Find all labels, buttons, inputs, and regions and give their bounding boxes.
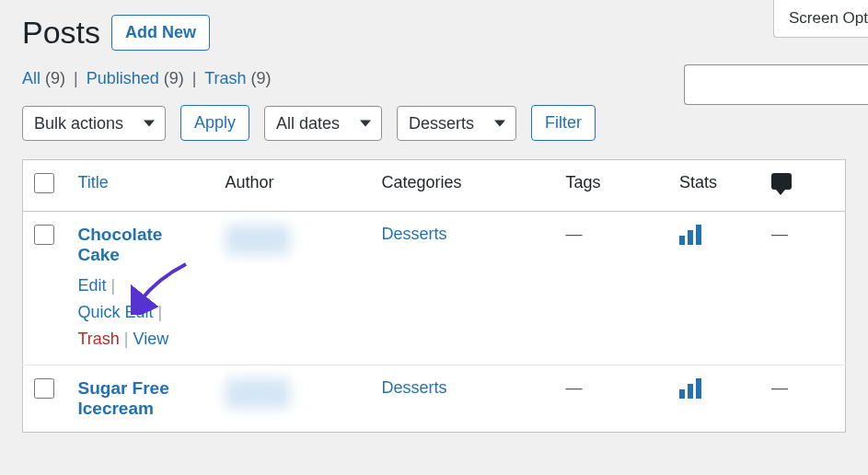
author-name[interactable]: ——— <box>226 225 290 255</box>
post-title-link[interactable]: Chocolate Cake <box>78 225 163 264</box>
col-comments[interactable] <box>760 160 846 212</box>
bulk-actions-select[interactable]: Bulk actions <box>22 106 166 141</box>
view-link[interactable]: View <box>133 330 169 348</box>
screen-options-button[interactable]: Screen Opt <box>773 0 868 38</box>
edit-link[interactable]: Edit <box>78 276 107 295</box>
table-row: Sugar Free Icecream———Desserts—— <box>23 365 846 433</box>
search-input[interactable] <box>684 64 868 105</box>
posts-table: Title Author Categories Tags Stats Choco… <box>22 159 846 433</box>
select-all-checkbox[interactable] <box>34 173 54 193</box>
table-row: Chocolate CakeEdit |Quick Edit |Trash | … <box>23 212 846 365</box>
tags-cell: — <box>555 212 668 365</box>
col-title[interactable]: Title <box>67 160 214 212</box>
category-filter-select[interactable]: Desserts <box>397 106 516 141</box>
tags-cell: — <box>555 365 668 433</box>
trash-link[interactable]: Trash <box>78 330 120 348</box>
col-stats[interactable]: Stats <box>668 160 760 212</box>
comment-icon <box>771 173 792 190</box>
col-categories[interactable]: Categories <box>371 160 555 212</box>
view-all-count: (9) <box>45 69 65 87</box>
comments-cell: — <box>760 212 846 365</box>
row-checkbox[interactable] <box>34 225 54 245</box>
view-published[interactable]: Published <box>87 69 159 87</box>
view-published-count: (9) <box>164 69 184 87</box>
add-new-button[interactable]: Add New <box>111 15 210 51</box>
col-author[interactable]: Author <box>214 160 371 212</box>
view-trash-count: (9) <box>251 69 272 87</box>
category-link[interactable]: Desserts <box>382 378 447 397</box>
date-filter-select[interactable]: All dates <box>264 106 382 141</box>
col-tags[interactable]: Tags <box>555 160 668 212</box>
stats-icon[interactable] <box>679 225 701 245</box>
stats-icon[interactable] <box>679 378 701 399</box>
post-title-link[interactable]: Sugar Free Icecream <box>78 378 169 418</box>
row-checkbox[interactable] <box>34 378 54 399</box>
category-link[interactable]: Desserts <box>382 225 447 243</box>
comments-cell: — <box>760 365 846 433</box>
author-name[interactable]: ——— <box>226 378 290 409</box>
filter-button[interactable]: Filter <box>531 105 596 141</box>
page-title: Posts <box>22 15 100 51</box>
apply-button[interactable]: Apply <box>180 105 249 141</box>
view-trash[interactable]: Trash <box>204 69 246 87</box>
row-actions: Edit |Quick Edit |Trash | View <box>78 272 203 352</box>
view-all[interactable]: All <box>22 69 41 87</box>
quick-edit-link[interactable]: Quick Edit <box>78 303 154 321</box>
